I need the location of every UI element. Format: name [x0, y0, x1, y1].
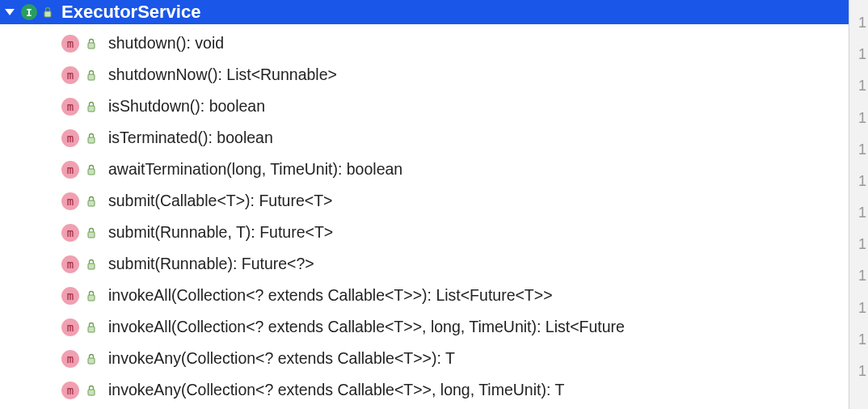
method-row[interactable]: msubmit(Runnable, T): Future<T>: [0, 217, 849, 248]
method-signature: shutdown(): void: [108, 34, 224, 53]
method-signature: invokeAny(Collection<? extends Callable<…: [108, 349, 455, 368]
interface-header[interactable]: I ExecutorService: [0, 0, 849, 24]
gutter-marker: 1: [851, 173, 866, 204]
lock-icon: [42, 6, 53, 18]
method-row[interactable]: minvokeAny(Collection<? extends Callable…: [0, 374, 849, 406]
method-type-icon: m: [61, 287, 79, 305]
svg-rect-9: [88, 295, 95, 301]
gutter-panel: 111111111111: [849, 0, 868, 409]
method-row[interactable]: msubmit(Runnable): Future<?>: [0, 248, 849, 280]
lock-icon: [86, 133, 97, 144]
gutter-marker: 1: [851, 268, 866, 299]
method-type-icon: m: [61, 192, 79, 210]
method-signature: submit(Callable<T>): Future<T>: [108, 192, 332, 210]
methods-list: mshutdown(): voidmshutdownNow(): List<Ru…: [0, 24, 849, 406]
gutter-marker: 1: [851, 363, 866, 394]
method-type-icon: m: [61, 161, 79, 179]
method-type-icon: m: [61, 255, 79, 273]
method-type-icon: m: [61, 224, 79, 242]
lock-icon: [86, 385, 97, 396]
method-signature: submit(Runnable): Future<?>: [108, 255, 314, 273]
gutter-marker: 1: [851, 141, 866, 173]
expand-triangle-icon[interactable]: [5, 9, 15, 15]
method-type-icon: m: [61, 98, 79, 116]
method-signature: awaitTermination(long, TimeUnit): boolea…: [108, 160, 402, 179]
interface-type-icon: I: [21, 4, 37, 20]
method-row[interactable]: mshutdownNow(): List<Runnable>: [0, 59, 849, 91]
main-panel: I ExecutorService mshutdown(): voidmshut…: [0, 0, 849, 409]
svg-rect-7: [88, 232, 95, 238]
lock-icon: [86, 259, 97, 270]
method-row[interactable]: msubmit(Callable<T>): Future<T>: [0, 185, 849, 217]
svg-rect-1: [88, 43, 95, 48]
method-signature: invokeAll(Collection<? extends Callable<…: [108, 318, 625, 336]
method-signature: shutdownNow(): List<Runnable>: [108, 65, 337, 84]
lock-icon: [86, 70, 97, 81]
method-row[interactable]: mshutdown(): void: [0, 27, 849, 59]
svg-rect-5: [88, 169, 95, 175]
gutter-marker: 1: [851, 300, 866, 331]
method-row[interactable]: minvokeAll(Collection<? extends Callable…: [0, 280, 849, 311]
gutter-marker: 1: [851, 78, 866, 109]
gutter-marker: 1: [851, 331, 866, 363]
svg-rect-11: [88, 358, 95, 364]
structure-view-container: I ExecutorService mshutdown(): voidmshut…: [0, 0, 868, 409]
method-signature: isShutdown(): boolean: [108, 97, 265, 116]
method-signature: invokeAll(Collection<? extends Callable<…: [108, 286, 553, 305]
lock-icon: [86, 322, 97, 333]
method-row[interactable]: mawaitTermination(long, TimeUnit): boole…: [0, 154, 849, 185]
method-signature: invokeAny(Collection<? extends Callable<…: [108, 381, 564, 399]
lock-icon: [86, 196, 97, 207]
method-type-icon: m: [61, 66, 79, 84]
gutter-marker: 1: [851, 46, 866, 78]
svg-rect-8: [88, 264, 95, 269]
svg-rect-12: [88, 390, 95, 395]
lock-icon: [86, 353, 97, 365]
method-row[interactable]: misShutdown(): boolean: [0, 91, 849, 122]
lock-icon: [86, 290, 97, 301]
method-row[interactable]: minvokeAll(Collection<? extends Callable…: [0, 311, 849, 343]
method-type-icon: m: [61, 318, 79, 336]
svg-rect-2: [88, 74, 95, 80]
svg-rect-4: [88, 137, 95, 143]
svg-rect-0: [44, 11, 51, 17]
svg-rect-10: [88, 327, 95, 332]
method-type-icon: m: [61, 35, 79, 53]
gutter-marker: 1: [851, 15, 866, 46]
svg-rect-6: [88, 200, 95, 206]
gutter-marker: 1: [851, 204, 866, 236]
method-type-icon: m: [61, 350, 79, 368]
method-type-icon: m: [61, 129, 79, 147]
lock-icon: [86, 227, 97, 238]
interface-name: ExecutorService: [61, 2, 200, 23]
method-row[interactable]: minvokeAny(Collection<? extends Callable…: [0, 343, 849, 374]
method-row[interactable]: misTerminated(): boolean: [0, 122, 849, 154]
svg-rect-3: [88, 106, 95, 112]
method-signature: submit(Runnable, T): Future<T>: [108, 223, 333, 242]
gutter-marker: 1: [851, 110, 866, 141]
method-type-icon: m: [61, 382, 79, 399]
lock-icon: [86, 101, 97, 112]
lock-icon: [86, 38, 97, 49]
method-signature: isTerminated(): boolean: [108, 129, 273, 147]
lock-icon: [86, 164, 97, 175]
gutter-marker: 1: [851, 236, 866, 268]
